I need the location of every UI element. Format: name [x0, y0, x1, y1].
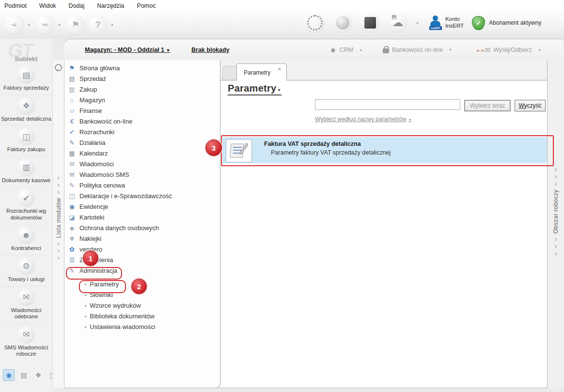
settlements-icon: ✔: [68, 128, 76, 136]
chevron-right-icon[interactable]: [555, 243, 557, 250]
module-item-wiadomości[interactable]: ✉Wiadomości: [64, 158, 220, 169]
chevron-right-icon[interactable]: [57, 254, 60, 262]
online-banking-button[interactable]: Bankowość on-line: [383, 46, 454, 53]
module-item-rozrachunki[interactable]: ✔Rozrachunki: [64, 126, 220, 137]
module-item-działania[interactable]: ✎Działania: [64, 137, 220, 148]
chevron-right-icon[interactable]: [57, 174, 60, 181]
module-item-kartoteki[interactable]: ◪Kartoteki: [64, 212, 220, 222]
flag-marker-button[interactable]: ⚑: [66, 15, 85, 34]
sync-spinner-button[interactable]: [305, 13, 325, 32]
messages-icon: ✉: [68, 160, 76, 168]
chevron-right-icon[interactable]: [57, 240, 60, 247]
sidebar-item-sms-wiadomości-robocze[interactable]: ✉SMS Wiadomości robocze: [0, 323, 52, 361]
module-item-magazyn[interactable]: ⌂Magazyn: [64, 94, 220, 105]
search-input[interactable]: [315, 99, 460, 110]
menu-podmiot[interactable]: Podmiot: [4, 2, 27, 9]
module-item-sprzedaż[interactable]: ▤Sprzedaż: [64, 73, 220, 84]
module-item-ochrona-danych-osobowych[interactable]: ◈Ochrona danych osobowych: [64, 222, 220, 233]
module-item-finanse[interactable]: ▱Finanse: [64, 105, 220, 116]
forward-arrow-button[interactable]: ➥: [35, 15, 55, 34]
tab-bar: Parametry: [220, 60, 547, 80]
module-item-polityka-cenowa[interactable]: ✎Polityka cenowa: [64, 180, 220, 190]
chevron-right-icon[interactable]: [555, 180, 557, 188]
sidebar-item-sprzedaż-detaliczna[interactable]: ❖Sprzedaż detaliczna: [0, 94, 52, 125]
chevron-down-icon[interactable]: [110, 23, 114, 27]
module-item-naklejki[interactable]: ❖Naklejki: [64, 233, 220, 244]
module-item-ewidencje[interactable]: ◉Ewidencje: [64, 201, 220, 212]
sidebar-item-wiadomości-odebrane[interactable]: ✉Wiadomości odebrane: [0, 286, 52, 323]
module-item-kalendarz[interactable]: ▦Kalendarz: [64, 148, 220, 158]
help-button[interactable]: ?: [88, 15, 108, 34]
chevron-right-icon[interactable]: [555, 235, 557, 243]
warehouse-selector-link[interactable]: Magazyn: - MOD - Oddział 1 ▼: [85, 47, 170, 53]
page-title-menu[interactable]: Parametry: [228, 83, 282, 95]
chevron-right-icon[interactable]: [555, 173, 557, 180]
sidebar-item-dokumenty-kasowe[interactable]: ▥Dokumenty kasowe: [0, 156, 52, 187]
lock-status-link[interactable]: Brak blokady: [191, 47, 230, 53]
work-area-strip[interactable]: Obszar roboczy: [547, 60, 564, 388]
globe-button[interactable]: [333, 13, 352, 32]
contractors-icon: ☻: [17, 227, 35, 244]
module-item-zakup[interactable]: ▥Zakup: [64, 84, 220, 94]
send-receive-button[interactable]: ➢➣✉Wyślij/Odbierz: [476, 46, 543, 54]
clear-button[interactable]: Wyczyść: [515, 100, 546, 111]
module-item-administracja[interactable]: ✎Administracja: [64, 265, 220, 276]
module-item-bankowość-on-line[interactable]: €Bankowość on-line: [64, 116, 220, 126]
module-item-zestawienia[interactable]: ☰Zestawienia: [64, 254, 220, 265]
parameter-item-faktura-vat-detaliczna[interactable]: Faktura VAT sprzedaży detaliczna Paramet…: [222, 137, 548, 163]
insert-account-icon: InsERT: [429, 16, 442, 30]
modules-list-strip[interactable]: Lista modułów: [52, 60, 64, 388]
modules-panel: ⚑Strona główna▤Sprzedaż▥Zakup⌂Magazyn▱Fi…: [64, 60, 220, 388]
sidebar-item-kontrahenci[interactable]: ☻Kontrahenci: [0, 224, 52, 255]
cloud-server-button[interactable]: ▤: [388, 13, 407, 32]
close-icon[interactable]: [278, 66, 282, 72]
menu-dodaj[interactable]: Dodaj: [69, 2, 85, 9]
module-group-main-icon[interactable]: ◉: [3, 369, 15, 381]
module-group-warehouse-icon[interactable]: ❖: [33, 370, 44, 380]
select-arrow-button[interactable]: ➢: [5, 15, 24, 34]
pin-icon[interactable]: [55, 64, 62, 71]
chevron-down-icon: [359, 48, 362, 52]
module-group-sales-icon[interactable]: ▤: [18, 370, 29, 380]
module-subitem-słowniki[interactable]: Słowniki: [64, 289, 220, 300]
online-banking-icon: €: [68, 118, 76, 125]
globe-icon: [336, 16, 349, 30]
sidebar-item-faktury-zakupu[interactable]: ◫Faktury zakupu: [0, 125, 52, 156]
sidebar-item-rozrachunki-wg-dokumentów[interactable]: ✔Rozrachunki wg dokumentów: [0, 187, 52, 224]
calendar-icon: ▦: [68, 150, 76, 157]
module-subitem-wzorce-wydruków[interactable]: Wzorce wydruków: [64, 300, 220, 311]
personal-data-protection-icon: ◈: [68, 224, 76, 232]
sidebar-item-towary-i-usługi[interactable]: ⚙Towary i usługi: [0, 255, 52, 286]
chevron-right-icon[interactable]: [555, 250, 557, 257]
chevron-down-icon[interactable]: [27, 23, 31, 27]
chevron-right-icon[interactable]: [555, 166, 557, 173]
module-subitem-ustawienia-wiadomości[interactable]: Ustawienia wiadomości: [64, 321, 220, 332]
module-subitem-parametry[interactable]: Parametry: [64, 279, 220, 289]
menu-pomoc[interactable]: Pomoc: [137, 2, 156, 9]
module-item-vendero[interactable]: ✿vendero: [64, 244, 220, 254]
chevron-right-icon[interactable]: [57, 188, 60, 196]
finance-icon: ▱: [68, 107, 76, 114]
menu-narzędzia[interactable]: Narzędzia: [97, 2, 124, 9]
chevron-right-icon[interactable]: [57, 181, 60, 188]
padlock-icon: [383, 48, 389, 53]
cash-documents-icon: ▥: [17, 159, 35, 176]
tab-parametry[interactable]: Parametry: [236, 63, 287, 80]
select-now-button[interactable]: Wybierz teraz: [464, 100, 511, 111]
bullet-icon: [84, 325, 86, 329]
crm-button[interactable]: ☻CRM: [329, 46, 364, 54]
module-subitem-biblioteka-dokumentów[interactable]: Biblioteka dokumentów: [64, 311, 220, 321]
menu-widok[interactable]: Widok: [39, 2, 56, 9]
konto-insert-button[interactable]: InsERT Konto InsERT: [429, 16, 464, 30]
subscription-status-button[interactable]: ✓ Abonament aktywny: [472, 16, 541, 30]
chevron-down-icon[interactable]: [416, 21, 419, 25]
cube-button[interactable]: [360, 13, 380, 32]
filter-by-name-link[interactable]: Wybierz według nazwy parametrów: [315, 116, 414, 123]
chevron-down-icon[interactable]: [58, 23, 61, 27]
module-item-strona-główna[interactable]: ⚑Strona główna: [64, 63, 220, 73]
retail-sales-icon: ❖: [17, 97, 35, 115]
chevron-right-icon[interactable]: [57, 247, 60, 254]
module-item-deklaracje-i-e-sprawozdawczość[interactable]: ◫Deklaracje i e-Sprawozdawczość: [64, 190, 220, 201]
sidebar-item-faktury-sprzedaży[interactable]: ▤Faktury sprzedaży: [0, 64, 52, 94]
module-item-wiadomości-sms[interactable]: ✉Wiadomości SMS: [64, 169, 220, 180]
